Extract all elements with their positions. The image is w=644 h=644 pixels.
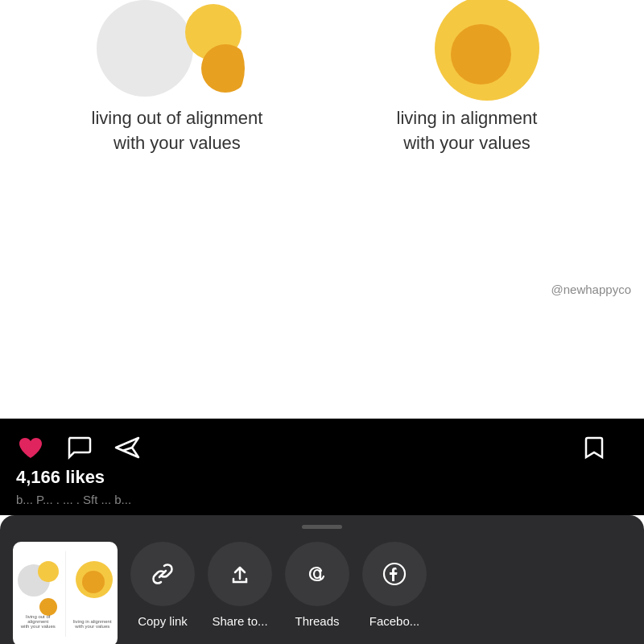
thumb-divider: [65, 551, 66, 637]
post-whitespace: [0, 306, 644, 419]
like-button[interactable]: [16, 433, 45, 462]
thumb-inner: living out of alignmentwith your values …: [18, 547, 113, 642]
action-bar: 4,166 likes b... P... . ... . Sft ... b.…: [0, 419, 644, 515]
likes-count: 4,166 likes: [16, 467, 628, 493]
share-to-label: Share to...: [212, 614, 267, 628]
gray-circle: [97, 0, 193, 97]
svg-point-0: [314, 570, 320, 578]
share-btn-group: Copy link Share to...: [124, 542, 427, 628]
share-button[interactable]: [113, 433, 142, 462]
right-graphic: [386, 0, 547, 97]
thumb-left-illus: living out of alignmentwith your values: [18, 558, 59, 630]
share-sheet: living out of alignmentwith your values …: [0, 515, 644, 644]
post-thumbnail: living out of alignmentwith your values …: [13, 542, 118, 644]
yellow-arc-circle: [201, 44, 250, 93]
post-meta-row: b... P... . ... . Sft ... b...: [16, 493, 628, 506]
yellow-inner-circle: [451, 24, 511, 85]
thumb-yellow-s: [38, 561, 59, 582]
left-graphic: [97, 0, 258, 97]
thumb-left-text: living out of alignmentwith your values: [18, 614, 59, 629]
facebook-circle: [362, 542, 427, 606]
facebook-label: Facebo...: [369, 614, 420, 628]
thumb-right-text: living in alignmentwith your values: [72, 619, 114, 629]
right-caption: living in alignment with your values: [397, 106, 538, 156]
watermark: @newhappyco: [551, 283, 631, 296]
copy-link-circle: [130, 542, 195, 606]
left-illustration: living out of alignment with your values: [56, 0, 298, 156]
copy-link-label: Copy link: [138, 614, 188, 628]
comment-button[interactable]: [64, 433, 93, 462]
thumb-yellow-inner: [82, 571, 105, 593]
copy-link-button[interactable]: Copy link: [130, 542, 195, 628]
bookmark-button[interactable]: [580, 433, 609, 462]
thumb-right-illus: living in alignmentwith your values: [72, 558, 114, 630]
post-content: living out of alignment with your values…: [0, 0, 644, 306]
facebook-button[interactable]: Facebo...: [362, 542, 427, 628]
right-illustration: living in alignment with your values: [346, 0, 588, 156]
action-icons-row: [16, 419, 628, 467]
sheet-handle: [302, 525, 342, 529]
thumb-yellow-arc: [39, 598, 57, 616]
share-to-circle: [208, 542, 272, 606]
threads-label: Threads: [295, 614, 339, 628]
sheet-items-row: living out of alignmentwith your values …: [0, 542, 644, 644]
illustrations: living out of alignment with your values…: [0, 0, 644, 156]
left-caption: living out of alignment with your values: [92, 106, 263, 156]
sheet-handle-wrap: [0, 515, 644, 542]
share-to-button[interactable]: Share to...: [208, 542, 272, 628]
threads-circle: [285, 542, 349, 606]
threads-button[interactable]: Threads: [285, 542, 349, 628]
